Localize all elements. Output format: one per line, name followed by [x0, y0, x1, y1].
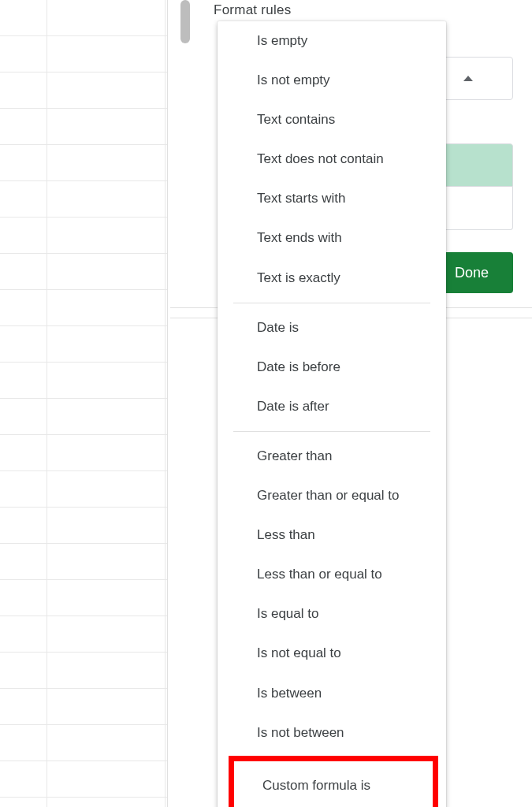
highlighted-option-box: Custom formula is: [229, 756, 438, 807]
dropdown-caret-icon: [463, 76, 473, 81]
option-is-not-equal-to[interactable]: Is not equal to: [218, 634, 446, 673]
option-date-is-before[interactable]: Date is before: [218, 348, 446, 387]
menu-separator: [233, 303, 430, 303]
option-is-equal-to[interactable]: Is equal to: [218, 594, 446, 634]
option-less-than[interactable]: Less than: [218, 515, 446, 555]
option-date-is-after[interactable]: Date is after: [218, 387, 446, 426]
option-date-is[interactable]: Date is: [218, 308, 446, 348]
menu-separator: [233, 431, 430, 432]
option-custom-formula-is[interactable]: Custom formula is: [234, 761, 433, 807]
option-greater-than[interactable]: Greater than: [218, 437, 446, 476]
option-is-empty[interactable]: Is empty: [218, 21, 446, 61]
spreadsheet-grid[interactable]: [0, 0, 168, 807]
option-is-not-empty[interactable]: Is not empty: [218, 61, 446, 100]
option-is-not-between[interactable]: Is not between: [218, 713, 446, 753]
option-text-ends-with[interactable]: Text ends with: [218, 218, 446, 258]
option-is-between[interactable]: Is between: [218, 674, 446, 713]
option-text-does-not-contain[interactable]: Text does not contain: [218, 139, 446, 179]
option-greater-than-or-equal[interactable]: Greater than or equal to: [218, 476, 446, 515]
format-rules-dropdown: Is empty Is not empty Text contains Text…: [218, 21, 446, 807]
format-rules-heading: Format rules: [214, 2, 532, 18]
option-text-starts-with[interactable]: Text starts with: [218, 179, 446, 218]
option-less-than-or-equal[interactable]: Less than or equal to: [218, 555, 446, 594]
option-text-is-exactly[interactable]: Text is exactly: [218, 258, 446, 298]
option-text-contains[interactable]: Text contains: [218, 100, 446, 139]
